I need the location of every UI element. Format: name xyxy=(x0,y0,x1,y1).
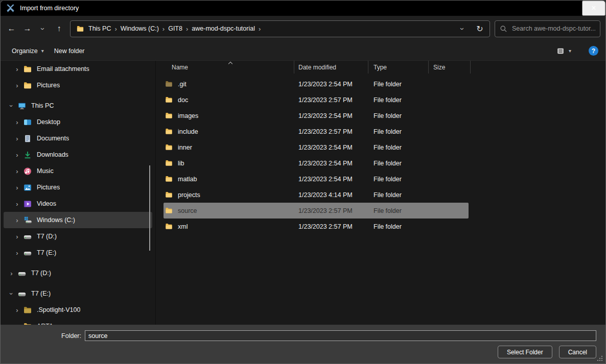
expander-chevron-icon[interactable]: › xyxy=(11,216,23,224)
file-row[interactable]: projects 1/23/2023 4:14 PM File folder xyxy=(164,187,469,203)
folder-icon xyxy=(165,223,173,230)
sidebar-item-email-attachments[interactable]: › Email attachments xyxy=(4,61,152,77)
sidebar-item-label: Music xyxy=(37,167,54,175)
address-dropdown-button[interactable]: › xyxy=(454,21,471,37)
expander-chevron-icon[interactable]: › xyxy=(11,135,23,142)
downloads-icon xyxy=(23,151,32,159)
expander-chevron-icon[interactable]: › xyxy=(11,184,23,191)
main-area: › Email attachments › Pictures › This PC… xyxy=(1,61,605,325)
sidebar-item-t7-e[interactable]: › T7 (E:) xyxy=(4,245,152,261)
folder-name-input[interactable] xyxy=(85,330,596,341)
address-bar[interactable]: This PC › Windows (C:) › GIT8 › awe-mod-… xyxy=(70,20,490,37)
column-header-type[interactable]: Type xyxy=(368,61,429,74)
expander-chevron-icon[interactable]: › xyxy=(11,167,23,175)
column-header-label: Size xyxy=(433,64,445,71)
navigation-pane: › Email attachments › Pictures › This PC… xyxy=(1,61,155,325)
file-name: doc xyxy=(178,96,188,104)
sidebar-item-label: This PC xyxy=(31,102,54,109)
help-button[interactable]: ? xyxy=(589,46,598,56)
file-row[interactable]: matlab 1/23/2023 2:54 PM File folder xyxy=(164,171,469,187)
search-input[interactable] xyxy=(512,25,595,32)
expander-chevron-icon[interactable]: › xyxy=(11,249,23,257)
column-header-size[interactable]: Size xyxy=(429,61,471,74)
sidebar-item-downloads[interactable]: › Downloads xyxy=(4,147,152,163)
breadcrumb-item[interactable]: awe-mod-dspc-tutorial xyxy=(188,25,259,32)
file-row[interactable]: inner 1/23/2023 2:54 PM File folder xyxy=(164,139,469,155)
sidebar-item-label: T7 (E:) xyxy=(37,249,56,256)
file-row[interactable]: lib 1/23/2023 2:54 PM File folder xyxy=(164,155,469,171)
resize-grip[interactable] xyxy=(597,355,603,361)
import-dialog-window: Import from directory × ← → › ↑ This PC … xyxy=(0,0,606,364)
breadcrumb-item[interactable]: GIT8 xyxy=(165,25,186,32)
column-header-date-modified[interactable]: Date modified xyxy=(294,61,368,74)
forward-button[interactable]: → xyxy=(19,21,35,37)
folder-dark-icon xyxy=(23,306,32,314)
file-type: File folder xyxy=(368,81,429,88)
file-row[interactable]: source 1/23/2023 2:57 PM File folder xyxy=(164,203,469,219)
breadcrumb-item[interactable]: This PC xyxy=(85,25,114,32)
back-button[interactable]: ← xyxy=(4,21,19,37)
sidebar-item-t7-d[interactable]: › T7 (D:) xyxy=(4,265,152,281)
breadcrumb-item[interactable]: Windows (C:) xyxy=(117,25,162,32)
file-type: File folder xyxy=(368,160,429,167)
column-header-label: Type xyxy=(374,64,387,71)
sidebar-item-pictures[interactable]: › Pictures xyxy=(4,77,152,93)
organize-button[interactable]: Organize ▾ xyxy=(7,44,49,58)
change-view-button[interactable]: ▾ xyxy=(553,45,574,57)
sidebar-item-arta[interactable]: ARTA xyxy=(4,318,152,325)
file-date-modified: 1/23/2023 2:57 PM xyxy=(294,96,368,104)
sort-ascending-icon xyxy=(229,61,232,65)
folder-name-label: Folder: xyxy=(10,332,85,339)
expander-chevron-icon[interactable]: › xyxy=(11,200,23,208)
file-row[interactable]: include 1/23/2023 2:57 PM File folder xyxy=(164,124,469,139)
recent-locations-button[interactable]: › xyxy=(35,21,51,37)
file-name: source xyxy=(178,207,197,214)
cancel-button[interactable]: Cancel xyxy=(559,346,596,358)
sidebar-item-pictures[interactable]: › Pictures xyxy=(4,179,152,196)
expander-chevron-icon[interactable]: › xyxy=(11,233,23,240)
file-row[interactable]: .git 1/23/2023 2:54 PM File folder xyxy=(164,76,469,92)
expander-chevron-icon[interactable]: › xyxy=(6,102,17,110)
expander-chevron-icon[interactable]: › xyxy=(6,290,17,298)
command-toolbar: Organize ▾ New folder ▾ ? xyxy=(1,41,605,61)
select-folder-button[interactable]: Select Folder xyxy=(498,346,552,358)
sidebar-item-spotlight-v100[interactable]: › .Spotlight-V100 xyxy=(4,302,152,318)
toolbar-right-group: ▾ ? xyxy=(553,45,598,57)
file-row[interactable]: images 1/23/2023 2:54 PM File folder xyxy=(164,108,469,124)
sidebar-item-music[interactable]: › Music xyxy=(4,163,152,179)
sidebar-item-t7-e[interactable]: › T7 (E:) xyxy=(4,285,152,302)
file-row[interactable]: xml 1/23/2023 2:57 PM File folder xyxy=(164,219,469,234)
sidebar-item-this-pc[interactable]: › This PC xyxy=(4,98,152,114)
sidebar-item-videos[interactable]: › Videos xyxy=(4,196,152,212)
dialog-footer: Folder: Select Folder Cancel xyxy=(1,325,605,363)
file-name: include xyxy=(178,128,198,135)
expander-chevron-icon[interactable]: › xyxy=(11,306,23,314)
up-button[interactable]: ↑ xyxy=(51,21,67,37)
sidebar-item-label: Downloads xyxy=(37,151,68,158)
expander-chevron-icon[interactable]: › xyxy=(11,82,23,89)
sidebar-item-t7-d[interactable]: › T7 (D:) xyxy=(4,228,152,245)
close-button[interactable]: × xyxy=(582,1,605,16)
folder-icon xyxy=(165,80,173,88)
sidebar-item-desktop[interactable]: › Desktop xyxy=(4,114,152,130)
file-date-modified: 1/23/2023 4:14 PM xyxy=(294,191,368,199)
sidebar-item-windows-c[interactable]: › Windows (C:) xyxy=(4,212,152,228)
new-folder-button[interactable]: New folder xyxy=(49,44,90,58)
documents-icon xyxy=(23,134,32,143)
file-type: File folder xyxy=(368,96,429,104)
drive-icon xyxy=(17,289,27,298)
expander-chevron-icon[interactable]: › xyxy=(11,151,23,159)
sidebar-item-label: Email attachments xyxy=(37,65,89,72)
folder-icon xyxy=(165,207,173,214)
column-header-name[interactable]: Name xyxy=(164,61,294,74)
sidebar-item-label: Videos xyxy=(37,200,56,207)
refresh-button[interactable]: ↻ xyxy=(471,21,488,37)
sidebar-item-documents[interactable]: › Documents xyxy=(4,130,152,147)
file-name: projects xyxy=(178,191,200,199)
expander-chevron-icon[interactable]: › xyxy=(11,118,23,126)
sidebar-scrollbar[interactable] xyxy=(149,165,150,251)
expander-chevron-icon[interactable]: › xyxy=(11,65,23,73)
file-row[interactable]: doc 1/23/2023 2:57 PM File folder xyxy=(164,92,469,108)
folder-icon xyxy=(76,25,85,33)
expander-chevron-icon[interactable]: › xyxy=(6,270,17,277)
